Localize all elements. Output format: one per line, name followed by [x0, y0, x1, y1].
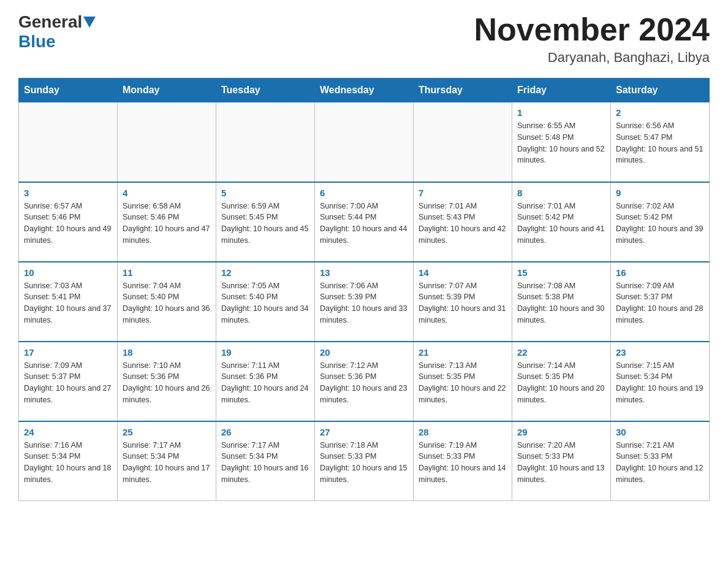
day-number: 23	[616, 347, 704, 358]
day-of-week-sunday: Sunday	[19, 79, 118, 102]
day-of-week-wednesday: Wednesday	[315, 79, 414, 102]
day-number: 28	[419, 427, 507, 437]
calendar-cell: 26Sunrise: 7:17 AMSunset: 5:34 PMDayligh…	[216, 421, 315, 501]
day-info: Sunrise: 7:17 AMSunset: 5:34 PMDaylight:…	[221, 440, 309, 486]
day-number: 7	[419, 188, 507, 198]
day-info: Sunrise: 7:15 AMSunset: 5:34 PMDaylight:…	[616, 360, 704, 406]
calendar-cell: 4Sunrise: 6:58 AMSunset: 5:46 PMDaylight…	[118, 182, 216, 262]
day-number: 18	[123, 347, 211, 358]
calendar-header-row: SundayMondayTuesdayWednesdayThursdayFrid…	[19, 79, 710, 102]
day-info: Sunrise: 7:00 AMSunset: 5:44 PMDaylight:…	[320, 201, 408, 247]
day-number: 15	[517, 267, 605, 278]
calendar-table: SundayMondayTuesdayWednesdayThursdayFrid…	[18, 78, 710, 501]
calendar-cell: 25Sunrise: 7:17 AMSunset: 5:34 PMDayligh…	[118, 421, 216, 501]
day-info: Sunrise: 7:02 AMSunset: 5:42 PMDaylight:…	[616, 201, 704, 247]
calendar-cell	[216, 102, 315, 182]
day-number: 19	[221, 347, 309, 358]
day-info: Sunrise: 7:06 AMSunset: 5:39 PMDaylight:…	[320, 280, 408, 326]
calendar-cell: 9Sunrise: 7:02 AMSunset: 5:42 PMDaylight…	[611, 182, 710, 262]
calendar-cell: 20Sunrise: 7:12 AMSunset: 5:36 PMDayligh…	[315, 342, 414, 421]
calendar-cell: 30Sunrise: 7:21 AMSunset: 5:33 PMDayligh…	[611, 421, 710, 501]
day-number: 8	[517, 188, 605, 198]
day-info: Sunrise: 7:09 AMSunset: 5:37 PMDaylight:…	[616, 280, 704, 326]
calendar-week-row: 3Sunrise: 6:57 AMSunset: 5:46 PMDaylight…	[19, 182, 710, 262]
calendar-week-row: 10Sunrise: 7:03 AMSunset: 5:41 PMDayligh…	[19, 262, 710, 342]
day-info: Sunrise: 7:01 AMSunset: 5:42 PMDaylight:…	[517, 201, 605, 247]
calendar-week-row: 24Sunrise: 7:16 AMSunset: 5:34 PMDayligh…	[19, 421, 710, 501]
calendar-cell: 1Sunrise: 6:55 AMSunset: 5:48 PMDaylight…	[512, 102, 611, 182]
day-info: Sunrise: 6:57 AMSunset: 5:46 PMDaylight:…	[24, 201, 112, 247]
calendar-cell: 28Sunrise: 7:19 AMSunset: 5:33 PMDayligh…	[414, 421, 512, 501]
day-info: Sunrise: 7:10 AMSunset: 5:36 PMDaylight:…	[123, 360, 211, 406]
day-number: 13	[320, 267, 408, 278]
calendar-cell: 6Sunrise: 7:00 AMSunset: 5:44 PMDaylight…	[315, 182, 414, 262]
day-number: 21	[419, 347, 507, 358]
day-info: Sunrise: 7:17 AMSunset: 5:34 PMDaylight:…	[123, 440, 211, 486]
day-number: 4	[123, 188, 211, 198]
day-info: Sunrise: 7:07 AMSunset: 5:39 PMDaylight:…	[419, 280, 507, 326]
day-info: Sunrise: 6:59 AMSunset: 5:45 PMDaylight:…	[221, 201, 309, 247]
calendar-cell: 14Sunrise: 7:07 AMSunset: 5:39 PMDayligh…	[414, 262, 512, 342]
calendar-cell	[315, 102, 414, 182]
day-info: Sunrise: 7:20 AMSunset: 5:33 PMDaylight:…	[517, 440, 605, 486]
day-info: Sunrise: 6:55 AMSunset: 5:48 PMDaylight:…	[517, 120, 605, 166]
location-subtitle: Daryanah, Banghazi, Libya	[474, 50, 710, 66]
day-number: 11	[123, 267, 211, 278]
day-info: Sunrise: 7:13 AMSunset: 5:35 PMDaylight:…	[419, 360, 507, 406]
page-header: General Blue November 2024 Daryanah, Ban…	[18, 12, 710, 66]
calendar-cell: 23Sunrise: 7:15 AMSunset: 5:34 PMDayligh…	[611, 342, 710, 421]
calendar-cell: 12Sunrise: 7:05 AMSunset: 5:40 PMDayligh…	[216, 262, 315, 342]
calendar-cell: 27Sunrise: 7:18 AMSunset: 5:33 PMDayligh…	[315, 421, 414, 501]
calendar-cell: 16Sunrise: 7:09 AMSunset: 5:37 PMDayligh…	[611, 262, 710, 342]
day-of-week-thursday: Thursday	[414, 79, 512, 102]
calendar-cell: 11Sunrise: 7:04 AMSunset: 5:40 PMDayligh…	[118, 262, 216, 342]
day-info: Sunrise: 7:14 AMSunset: 5:35 PMDaylight:…	[517, 360, 605, 406]
day-number: 26	[221, 427, 309, 437]
day-number: 10	[24, 267, 112, 278]
day-of-week-tuesday: Tuesday	[216, 79, 315, 102]
calendar-cell: 8Sunrise: 7:01 AMSunset: 5:42 PMDaylight…	[512, 182, 611, 262]
calendar-cell	[118, 102, 216, 182]
day-info: Sunrise: 7:03 AMSunset: 5:41 PMDaylight:…	[24, 280, 112, 326]
day-info: Sunrise: 7:11 AMSunset: 5:36 PMDaylight:…	[221, 360, 309, 406]
day-info: Sunrise: 7:01 AMSunset: 5:43 PMDaylight:…	[419, 201, 507, 247]
day-info: Sunrise: 7:19 AMSunset: 5:33 PMDaylight:…	[419, 440, 507, 486]
calendar-week-row: 17Sunrise: 7:09 AMSunset: 5:37 PMDayligh…	[19, 342, 710, 421]
day-number: 24	[24, 427, 112, 437]
day-number: 20	[320, 347, 408, 358]
day-of-week-friday: Friday	[512, 79, 611, 102]
calendar-cell: 5Sunrise: 6:59 AMSunset: 5:45 PMDaylight…	[216, 182, 315, 262]
calendar-cell: 22Sunrise: 7:14 AMSunset: 5:35 PMDayligh…	[512, 342, 611, 421]
logo-blue-text: Blue	[18, 32, 56, 51]
day-info: Sunrise: 7:21 AMSunset: 5:33 PMDaylight:…	[616, 440, 704, 486]
day-info: Sunrise: 7:08 AMSunset: 5:38 PMDaylight:…	[517, 280, 605, 326]
calendar-week-row: 1Sunrise: 6:55 AMSunset: 5:48 PMDaylight…	[19, 102, 710, 182]
day-info: Sunrise: 7:16 AMSunset: 5:34 PMDaylight:…	[24, 440, 112, 486]
calendar-cell: 10Sunrise: 7:03 AMSunset: 5:41 PMDayligh…	[19, 262, 118, 342]
day-number: 27	[320, 427, 408, 437]
calendar-cell: 24Sunrise: 7:16 AMSunset: 5:34 PMDayligh…	[19, 421, 118, 501]
calendar-cell: 17Sunrise: 7:09 AMSunset: 5:37 PMDayligh…	[19, 342, 118, 421]
calendar-cell: 19Sunrise: 7:11 AMSunset: 5:36 PMDayligh…	[216, 342, 315, 421]
day-number: 12	[221, 267, 309, 278]
logo: General Blue	[18, 12, 96, 52]
calendar-cell: 21Sunrise: 7:13 AMSunset: 5:35 PMDayligh…	[414, 342, 512, 421]
month-title: November 2024	[474, 12, 710, 47]
day-number: 17	[24, 347, 112, 358]
day-number: 9	[616, 188, 704, 198]
calendar-cell	[19, 102, 118, 182]
calendar-cell: 3Sunrise: 6:57 AMSunset: 5:46 PMDaylight…	[19, 182, 118, 262]
day-number: 2	[616, 107, 704, 118]
calendar-cell: 2Sunrise: 6:56 AMSunset: 5:47 PMDaylight…	[611, 102, 710, 182]
calendar-cell	[414, 102, 512, 182]
title-block: November 2024 Daryanah, Banghazi, Libya	[474, 12, 710, 66]
calendar-cell: 13Sunrise: 7:06 AMSunset: 5:39 PMDayligh…	[315, 262, 414, 342]
day-info: Sunrise: 6:58 AMSunset: 5:46 PMDaylight:…	[123, 201, 211, 247]
day-number: 5	[221, 188, 309, 198]
logo-general-text: General	[18, 12, 82, 32]
calendar-cell: 18Sunrise: 7:10 AMSunset: 5:36 PMDayligh…	[118, 342, 216, 421]
day-number: 3	[24, 188, 112, 198]
day-info: Sunrise: 7:09 AMSunset: 5:37 PMDaylight:…	[24, 360, 112, 406]
day-info: Sunrise: 6:56 AMSunset: 5:47 PMDaylight:…	[616, 120, 704, 166]
logo-arrow-icon	[83, 17, 96, 29]
